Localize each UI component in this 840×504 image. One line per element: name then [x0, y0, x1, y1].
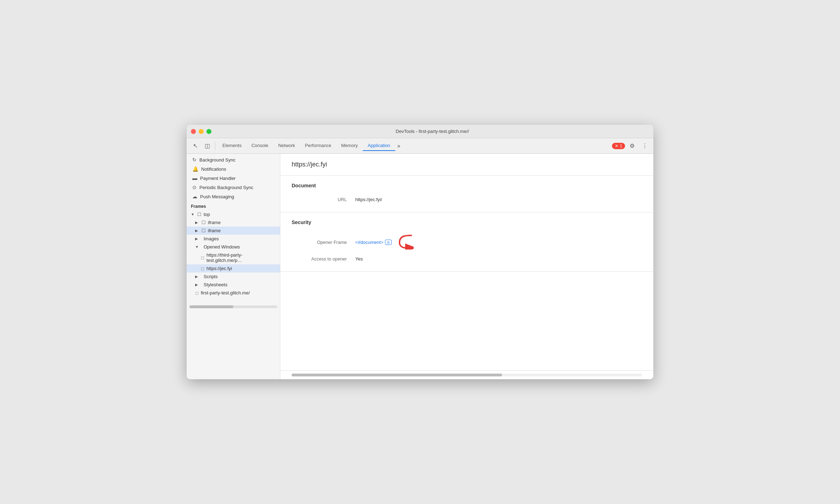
tree-label-jec-fyi: https://jec.fyi — [206, 266, 232, 271]
expand-arrow-scripts: ▶ — [195, 275, 199, 279]
expand-arrow-top: ▼ — [191, 212, 195, 216]
tab-application[interactable]: Application — [363, 141, 395, 151]
settings-button[interactable]: ⚙ — [626, 140, 638, 152]
expand-arrow-stylesheets: ▶ — [195, 283, 199, 287]
tree-label-scripts: Scripts — [204, 274, 218, 279]
url-field-row: URL https://jec.fyi/ — [292, 194, 642, 205]
tree-label-opened-windows: Opened Windows — [204, 244, 240, 250]
sidebar-item-payment-handler[interactable]: ▬ Payment Handler — [187, 174, 280, 183]
error-badge[interactable]: ✕ 1 — [612, 143, 625, 149]
tree-item-top[interactable]: ▼ ☐ top — [187, 210, 280, 218]
minimize-button[interactable] — [199, 129, 204, 134]
sidebar-label-push-messaging: Push Messaging — [200, 194, 234, 199]
traffic-lights — [191, 129, 211, 134]
inspect-icon-button[interactable]: ◫ — [202, 140, 213, 152]
document-section-title: Document — [292, 183, 642, 188]
more-options-button[interactable]: ⋮ — [639, 140, 651, 152]
tab-network[interactable]: Network — [273, 141, 300, 151]
tab-elements[interactable]: Elements — [217, 141, 246, 151]
toolbar: ↖ ◫ Elements Console Network Performance… — [187, 138, 653, 154]
folder-icon-top: ☐ — [197, 212, 202, 217]
sidebar-label-payment-handler: Payment Handler — [200, 176, 235, 181]
tab-performance[interactable]: Performance — [300, 141, 336, 151]
expand-arrow-iframe-1: ▶ — [195, 221, 199, 224]
tree-label-stylesheets: Stylesheets — [204, 282, 227, 287]
link-open-icon[interactable]: ◎ — [385, 240, 392, 245]
expand-arrow-opened-windows: ▼ — [195, 245, 199, 249]
close-button[interactable] — [191, 129, 196, 134]
tab-console[interactable]: Console — [246, 141, 273, 151]
tree-label-iframe-2: iframe — [208, 228, 221, 233]
panel-scrollbar-container — [280, 370, 653, 379]
sidebar-item-notifications[interactable]: 🔔 Notifications — [187, 164, 280, 174]
tree-item-third-party-url[interactable]: ◻ https://third-party-test.glitch.me/p… — [187, 251, 280, 264]
opener-frame-label: Opener Frame — [292, 240, 355, 245]
tree-item-iframe-1[interactable]: ▶ ☐ iframe — [187, 218, 280, 227]
panel-url: https://jec.fyi — [280, 154, 653, 176]
panel-spacer — [280, 272, 653, 370]
frames-section-label: Frames — [187, 201, 280, 210]
page-icon-jec-fyi: ◻ — [201, 266, 204, 271]
titlebar: DevTools - first-party-test.glitch.me// — [187, 125, 653, 138]
sidebar-item-periodic-bg-sync[interactable]: ⊙ Periodic Background Sync — [187, 183, 280, 192]
main-panel: https://jec.fyi Document URL https://jec… — [280, 154, 653, 379]
sidebar-scrollbar-thumb[interactable] — [189, 305, 277, 308]
document-section: Document URL https://jec.fyi/ — [280, 176, 653, 212]
gear-icon: ⚙ — [630, 142, 635, 149]
panel-scrollbar-track[interactable] — [292, 374, 642, 376]
security-section: Security Opener Frame <#document> ◎ — [280, 212, 653, 272]
red-arrow-annotation — [396, 234, 414, 251]
window-title: DevTools - first-party-test.glitch.me// — [216, 129, 649, 134]
vertical-dots-icon: ⋮ — [642, 142, 648, 149]
url-field-label: URL — [292, 197, 355, 202]
tree-label-iframe-1: iframe — [208, 220, 221, 225]
sidebar-label-periodic-bg-sync: Periodic Background Sync — [199, 185, 253, 190]
tree-label-top: top — [204, 212, 210, 217]
toolbar-right: ✕ 1 ⚙ ⋮ — [612, 140, 651, 152]
tree-item-opened-windows[interactable]: ▼ Opened Windows — [187, 243, 280, 251]
error-count: 1 — [620, 143, 622, 148]
cursor-icon-button[interactable]: ↖ — [189, 140, 201, 152]
tree-item-scripts[interactable]: ▶ Scripts — [187, 272, 280, 281]
toolbar-divider — [215, 142, 215, 150]
cloud-icon: ☁ — [192, 194, 197, 199]
cursor-icon: ↖ — [193, 142, 198, 149]
folder-icon-iframe-2: ☐ — [202, 228, 206, 233]
folder-icon-iframe-1: ☐ — [202, 220, 206, 225]
tree-item-stylesheets[interactable]: ▶ Stylesheets — [187, 281, 280, 289]
tree-label-third-party-url: https://third-party-test.glitch.me/p… — [206, 252, 277, 263]
access-opener-label: Access to opener — [292, 256, 355, 262]
tree-item-iframe-2[interactable]: ▶ ☐ iframe — [187, 227, 280, 235]
sidebar-item-background-sync[interactable]: ↻ Background Sync — [187, 155, 280, 164]
url-field-value: https://jec.fyi/ — [355, 197, 382, 202]
sidebar: ↻ Background Sync 🔔 Notifications ▬ Paym… — [187, 154, 280, 379]
tab-memory[interactable]: Memory — [336, 141, 363, 151]
tree-item-first-party[interactable]: ◻ first-party-test.glitch.me/ — [187, 289, 280, 297]
security-section-title: Security — [292, 219, 642, 225]
sync-icon: ↻ — [192, 157, 197, 163]
sidebar-item-push-messaging[interactable]: ☁ Push Messaging — [187, 192, 280, 201]
main-content: ↻ Background Sync 🔔 Notifications ▬ Paym… — [187, 154, 653, 379]
inspect-icon: ◫ — [205, 142, 210, 149]
opener-frame-link[interactable]: <#document> — [355, 240, 384, 245]
access-opener-value: Yes — [355, 256, 363, 262]
sidebar-label-notifications: Notifications — [201, 166, 226, 172]
more-tabs-button[interactable]: » — [395, 141, 403, 151]
tree-item-images[interactable]: ▶ Images — [187, 235, 280, 243]
maximize-button[interactable] — [206, 129, 211, 134]
panel-scrollbar-thumb[interactable] — [292, 374, 502, 376]
payment-icon: ▬ — [192, 175, 197, 181]
page-icon-third-party: ◻ — [201, 255, 204, 260]
tree-label-first-party: first-party-test.glitch.me/ — [201, 290, 250, 295]
page-icon-first-party: ◻ — [195, 291, 199, 295]
tree-item-jec-fyi[interactable]: ◻ https://jec.fyi — [187, 264, 280, 272]
opener-frame-row: Opener Frame <#document> ◎ — [292, 231, 642, 253]
periodic-sync-icon: ⊙ — [192, 184, 197, 190]
bell-icon: 🔔 — [192, 166, 198, 172]
sidebar-label-background-sync: Background Sync — [199, 157, 235, 163]
expand-arrow-iframe-2: ▶ — [195, 229, 199, 233]
tree-label-images: Images — [204, 236, 219, 241]
access-opener-row: Access to opener Yes — [292, 253, 642, 264]
toolbar-tabs: Elements Console Network Performance Mem… — [217, 141, 611, 151]
expand-arrow-images: ▶ — [195, 237, 199, 241]
